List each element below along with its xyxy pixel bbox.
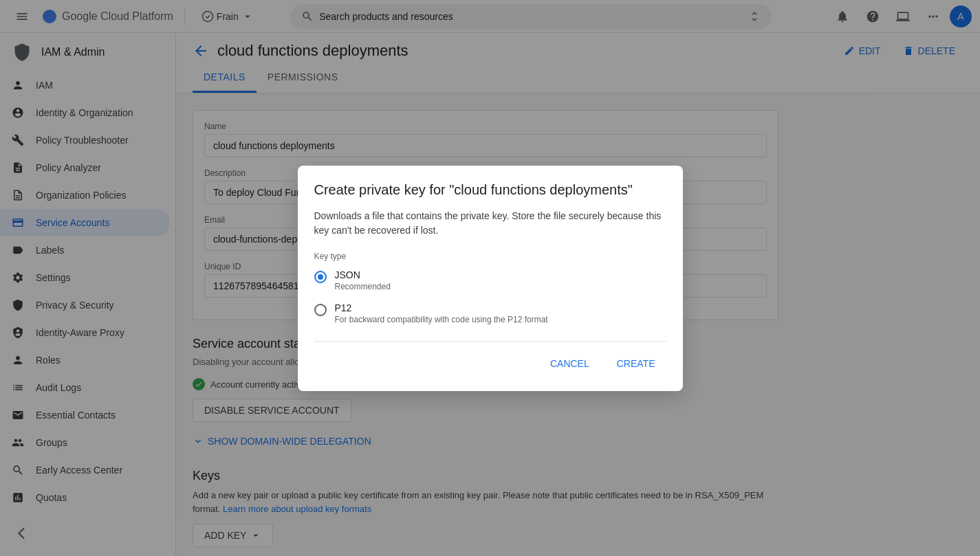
p12-radio-content: P12 For backward compatibility with code… [335, 302, 548, 324]
create-private-key-modal: Create private key for "cloud functions … [298, 166, 683, 391]
p12-option-desc: For backward compatibility with code usi… [335, 315, 548, 324]
p12-radio-button[interactable] [314, 304, 327, 316]
json-option-tag: Recommended [335, 282, 391, 291]
json-radio-option[interactable]: JSON Recommended [314, 269, 666, 291]
create-button[interactable]: CREATE [606, 353, 666, 375]
modal-description: Downloads a file that contains the priva… [314, 209, 666, 238]
p12-radio-option[interactable]: P12 For backward compatibility with code… [314, 302, 666, 324]
modal-title: Create private key for "cloud functions … [314, 182, 666, 198]
json-radio-content: JSON Recommended [335, 269, 391, 291]
p12-option-name: P12 [335, 302, 548, 313]
key-type-label: Key type [314, 252, 666, 261]
json-radio-button[interactable] [314, 271, 327, 283]
json-option-name: JSON [335, 269, 391, 280]
modal-overlay[interactable]: Create private key for "cloud functions … [0, 0, 980, 556]
modal-actions: CANCEL CREATE [314, 341, 666, 375]
cancel-button[interactable]: CANCEL [539, 353, 600, 375]
